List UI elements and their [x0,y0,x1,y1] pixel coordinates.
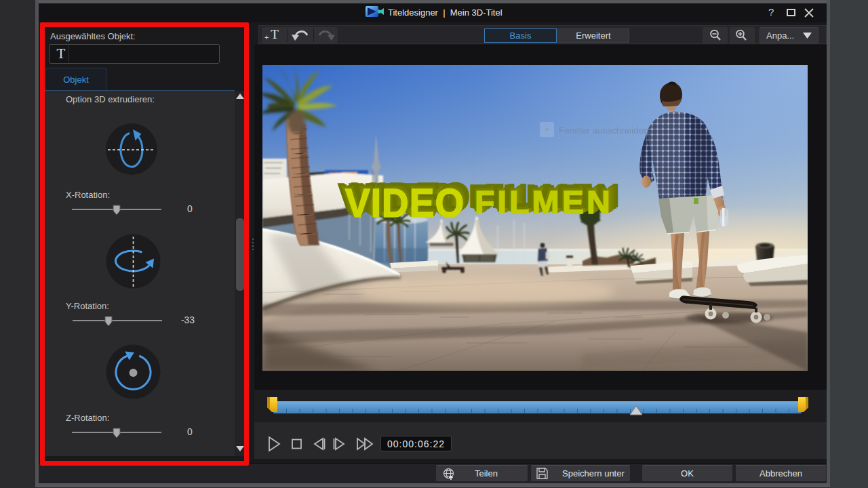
svg-text:FILMEN: FILMEN [475,184,613,220]
svg-text:Fenster ausschneiden: Fenster ausschneiden [559,125,649,136]
svg-text:VIDEO: VIDEO [345,180,465,225]
